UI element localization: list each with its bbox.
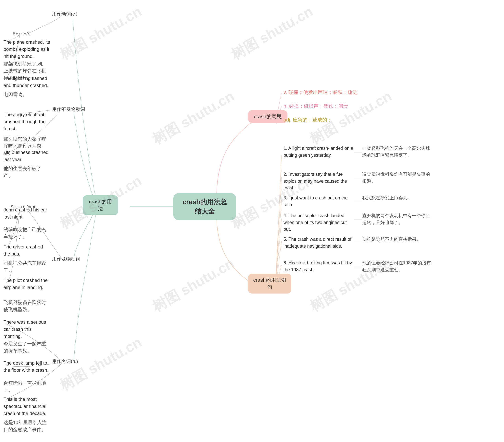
example-5-en: 5. The crash was a direct result of inad… [284, 236, 354, 249]
svg-line-4 [276, 177, 282, 285]
example-cn-5: 约翰昨晚把自己的汽车撞坏了。 [3, 226, 47, 240]
example-6-cn: 他的证券经纪公司在1987年的股市狂跌潮中遭受重创。 [362, 259, 433, 273]
example-cn-9: 台灯哗啦一声掉到地上。 [3, 380, 47, 394]
example-en-1: The plane crashed, its bombs exploding a… [3, 38, 51, 60]
watermark-2: 树图 shutu.cn [228, 2, 316, 64]
example-6-en: 6. His stockbroking firm was hit by the … [284, 259, 354, 273]
main-node-yisi: crash的意思 [248, 110, 288, 123]
example-en-8: There was a serious car crash this morni… [3, 319, 51, 340]
svg-line-3 [276, 156, 282, 284]
sub-node-mingci: 用作名词(n.) [49, 356, 81, 366]
example-cn-2: 电闪雷鸣。 [3, 91, 47, 98]
example-2-en: 2. Investigators say that a fuel explosi… [284, 171, 354, 191]
example-cn-10: 这是10年里最引人注目的金融破产事件。 [3, 419, 47, 433]
example-cn-8: 今晨发生了一起严重的撞车事故。 [3, 340, 47, 354]
example-3-en: 3. I just want to crash out on the sofa. [284, 195, 354, 208]
example-en-9: The desk lamp fell to the floor with a c… [3, 360, 51, 374]
example-5-cn: 坠机是导航不力的直接后果。 [362, 236, 433, 243]
example-cn-7: 飞机驾驶员在降落时使飞机坠毁。 [3, 299, 47, 313]
example-cn-4: 他的生意去年破了产。 [3, 165, 47, 179]
center-node: crash的用法总结大全 [173, 193, 236, 220]
sub-node-budong: 用作不及物动词 [49, 104, 88, 114]
watermark-3: 树图 shutu.cn [149, 87, 238, 149]
svg-line-5 [276, 200, 282, 286]
example-en-7: The pilot crashed the airplane in landin… [3, 277, 51, 291]
meaning-adj: adj. 应急的；速成的； [284, 116, 332, 124]
watermark-7: 树图 shutu.cn [149, 254, 238, 316]
example-1-en: 1. A light aircraft crash-landed on a pu… [284, 145, 354, 159]
example-3-cn: 我只想在沙发上睡会儿。 [362, 195, 433, 202]
sub-node-jidong: 用作及物动词 [49, 254, 83, 264]
example-4-en: 4. The helicopter crash landed when one … [284, 212, 354, 233]
example-4-cn: 直升机的两个发动机中有一个停止运转，只好迫降了。 [362, 212, 433, 226]
main-node-yongfa: crash的用法 [83, 195, 118, 215]
mindmap-container: 树图 shutu.cn 树图 shutu.cn 树图 shutu.cn 树图 s… [0, 0, 504, 442]
example-en-3: The angry elephant crashed through the f… [3, 111, 51, 132]
example-2-cn: 调查员说燃料爆炸有可能是失事的根源。 [362, 171, 433, 184]
main-node-liju: crash的用法例句 [248, 274, 291, 294]
example-1-cn: 一架轻型飞机昨天在一个高尔夫球场的球洞区紧急降落了。 [362, 145, 433, 159]
example-en-5: John crashed his car last night. [3, 206, 51, 221]
meaning-v: v. 碰撞；使发出巨响；暴跌；睡觉 [284, 88, 357, 96]
example-en-10: This is the most spectacular financial c… [3, 396, 51, 417]
grammar-s-a: S+～(+A) [10, 29, 34, 38]
meaning-n: n. 碰撞；碰撞声；暴跌；崩溃 [284, 102, 348, 110]
example-cn-6: 司机把公共汽车撞毁了。 [3, 259, 47, 274]
sub-node-dong: 用作动词(v.) [49, 9, 80, 19]
example-en-6: The driver crashed the bus. [3, 243, 51, 258]
example-en-4: His business crashed last year. [3, 149, 51, 163]
example-en-2: The lightning flashed and thunder crashe… [3, 75, 51, 89]
